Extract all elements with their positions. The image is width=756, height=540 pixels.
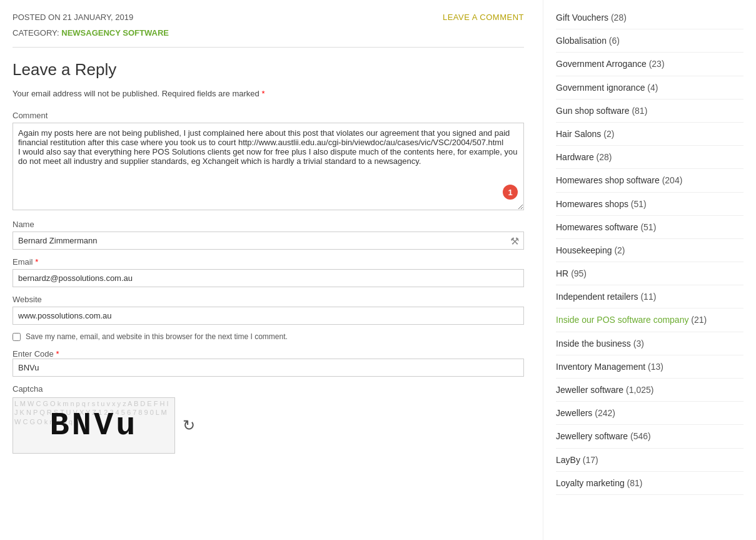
sidebar-link[interactable]: Jeweller software (1,025) bbox=[556, 385, 653, 395]
sidebar-link[interactable]: LayBy (17) bbox=[556, 455, 598, 465]
sidebar-link[interactable]: Homewares shop software (204) bbox=[556, 175, 682, 185]
sidebar-link[interactable]: Government Arrogance (23) bbox=[556, 59, 665, 69]
list-item: Gun shop software (81) bbox=[556, 99, 743, 123]
comment-textarea[interactable]: Again my posts here are not being publis… bbox=[13, 123, 524, 210]
required-notice: Required fields are marked * bbox=[162, 89, 265, 98]
page-layout: POSTED ON 21 JANUARY, 2019 LEAVE A COMME… bbox=[0, 0, 756, 540]
sidebar-link[interactable]: HR (95) bbox=[556, 268, 587, 278]
person-icon: ⚒ bbox=[510, 235, 519, 247]
website-label: Website bbox=[13, 295, 524, 304]
list-item: Homewares shops (51) bbox=[556, 193, 743, 216]
sidebar-link[interactable]: Government ignorance (4) bbox=[556, 83, 658, 93]
list-item: Homewares shop software (204) bbox=[556, 169, 743, 192]
post-meta: POSTED ON 21 JANUARY, 2019 LEAVE A COMME… bbox=[13, 13, 524, 22]
list-item: Jewellers (242) bbox=[556, 402, 743, 425]
list-item: LayBy (17) bbox=[556, 449, 743, 472]
save-checkbox-label: Save my name, email, and website in this… bbox=[26, 332, 288, 341]
post-date: POSTED ON 21 JANUARY, 2019 bbox=[13, 13, 133, 22]
email-notice: Your email address will not be published… bbox=[13, 89, 524, 98]
website-group: Website bbox=[13, 295, 524, 325]
name-label: Name bbox=[13, 220, 524, 229]
sidebar-link[interactable]: Loyalty marketing (81) bbox=[556, 478, 643, 488]
sidebar-list: Gift Vouchers (28) Globalisation (6) Gov… bbox=[556, 6, 743, 495]
divider bbox=[13, 47, 524, 48]
main-content: POSTED ON 21 JANUARY, 2019 LEAVE A COMME… bbox=[0, 0, 543, 540]
list-item: Jeweller software (1,025) bbox=[556, 379, 743, 402]
comment-group: Comment Again my posts here are not bein… bbox=[13, 111, 524, 212]
captcha-section: Captcha L M W C G O k m n p q r s t u v … bbox=[13, 384, 524, 454]
list-item: Hardware (28) bbox=[556, 146, 743, 169]
list-item: HR (95) bbox=[556, 262, 743, 285]
sidebar-link[interactable]: Gift Vouchers (28) bbox=[556, 13, 627, 23]
name-input-wrapper: ⚒ bbox=[13, 232, 524, 250]
sidebar-link[interactable]: Gun shop software (81) bbox=[556, 106, 647, 116]
email-group: Email * bbox=[13, 257, 524, 287]
list-item: Gift Vouchers (28) bbox=[556, 6, 743, 29]
captcha-main-text: BNVu bbox=[50, 407, 138, 444]
save-checkbox[interactable] bbox=[13, 333, 21, 341]
captcha-label: Captcha bbox=[13, 384, 524, 394]
enter-code-label: Enter Code * bbox=[13, 349, 59, 359]
sidebar-link[interactable]: Jewellery software (546) bbox=[556, 431, 651, 441]
list-item: Loyalty marketing (81) bbox=[556, 472, 743, 495]
list-item: Jewellery software (546) bbox=[556, 425, 743, 448]
list-item: Homewares software (51) bbox=[556, 216, 743, 239]
name-group: Name ⚒ bbox=[13, 220, 524, 250]
website-input[interactable] bbox=[13, 307, 524, 325]
email-label: Email * bbox=[13, 257, 524, 267]
leave-comment-link[interactable]: LEAVE A COMMENT bbox=[443, 13, 524, 22]
sidebar-link[interactable]: Inventory Management (13) bbox=[556, 362, 663, 372]
list-item: Independent retailers (11) bbox=[556, 285, 743, 308]
sidebar-link-active[interactable]: Inside our POS software company (21) bbox=[556, 315, 707, 325]
list-item: Inside the business (3) bbox=[556, 332, 743, 355]
sidebar-link[interactable]: Housekeeping (2) bbox=[556, 245, 625, 255]
sidebar-link[interactable]: Homewares software (51) bbox=[556, 222, 656, 232]
code-required-star: * bbox=[56, 349, 59, 359]
category-label: CATEGORY: bbox=[13, 28, 59, 38]
name-input[interactable] bbox=[13, 232, 524, 250]
comment-wrapper: Again my posts here are not being publis… bbox=[13, 123, 524, 212]
enter-code-group: Enter Code * bbox=[13, 349, 524, 377]
list-item: Hair Salons (2) bbox=[556, 123, 743, 146]
category-line: CATEGORY: NEWSAGENCY SOFTWARE bbox=[13, 28, 524, 38]
list-item: Globalisation (6) bbox=[556, 29, 743, 53]
comment-label: Comment bbox=[13, 111, 524, 120]
sidebar-link[interactable]: Inside the business (3) bbox=[556, 339, 644, 349]
sidebar-link[interactable]: Globalisation (6) bbox=[556, 36, 620, 46]
email-input[interactable] bbox=[13, 269, 524, 287]
list-item: Inventory Management (13) bbox=[556, 355, 743, 379]
captcha-row: L M W C G O k m n p q r s t u v x y z A … bbox=[13, 397, 524, 454]
list-item: Government Arrogance (23) bbox=[556, 53, 743, 76]
sidebar-link[interactable]: Independent retailers (11) bbox=[556, 292, 656, 302]
email-required-star: * bbox=[35, 257, 38, 267]
captcha-refresh-icon[interactable]: ↻ bbox=[183, 417, 195, 434]
list-item: Government ignorance (4) bbox=[556, 76, 743, 99]
required-star: * bbox=[261, 89, 265, 98]
comment-badge: 1 bbox=[503, 185, 518, 200]
sidebar-link[interactable]: Homewares shops (51) bbox=[556, 199, 647, 209]
category-link[interactable]: NEWSAGENCY SOFTWARE bbox=[61, 28, 169, 38]
sidebar-link[interactable]: Jewellers (242) bbox=[556, 408, 615, 418]
sidebar-link[interactable]: Hair Salons (2) bbox=[556, 129, 614, 139]
list-item: Inside our POS software company (21) bbox=[556, 308, 743, 332]
captcha-image: L M W C G O k m n p q r s t u v x y z A … bbox=[13, 397, 175, 454]
sidebar: Gift Vouchers (28) Globalisation (6) Gov… bbox=[543, 0, 756, 540]
enter-code-input[interactable] bbox=[13, 359, 524, 377]
save-checkbox-row: Save my name, email, and website in this… bbox=[13, 332, 524, 341]
sidebar-link[interactable]: Hardware (28) bbox=[556, 152, 612, 162]
leave-reply-title: Leave a Reply bbox=[13, 60, 524, 79]
list-item: Housekeeping (2) bbox=[556, 239, 743, 262]
